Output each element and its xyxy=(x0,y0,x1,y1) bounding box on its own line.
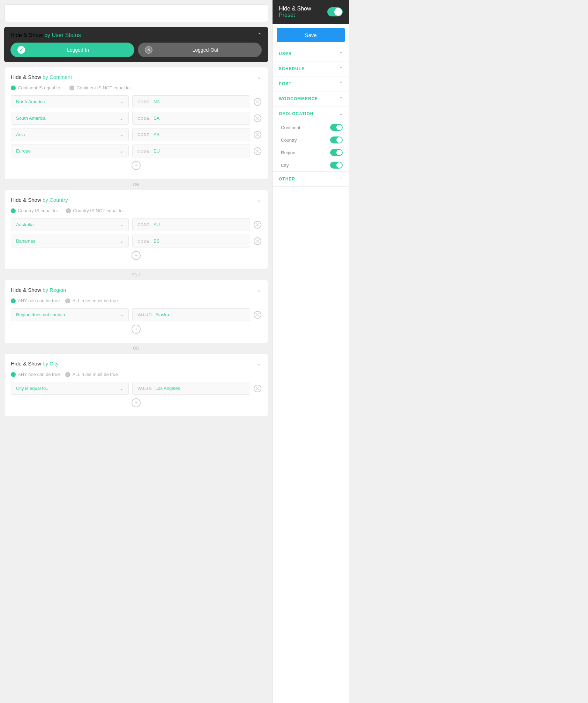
continent-code-field-3: CODE: EU xyxy=(132,145,250,157)
continent-is-not-equal-radio-dot xyxy=(69,86,74,90)
country-is-not-equal-radio[interactable]: Country IS NOT equal to... xyxy=(66,208,126,213)
country-select-chevron-1: ⌄ xyxy=(120,238,124,244)
continent-select-0[interactable]: North America ⌄ xyxy=(11,95,129,108)
city-any-radio[interactable]: ANY rule can be true xyxy=(11,372,60,377)
region-toggle[interactable] xyxy=(330,149,343,156)
continent-code-field-0: CODE: NA xyxy=(132,95,250,108)
sidebar-schedule-chevron-icon: ⌃ xyxy=(339,66,343,71)
city-any-radio-dot xyxy=(11,372,16,377)
continent-remove-button-0[interactable]: ✕ xyxy=(254,98,261,106)
sidebar-geolocation-title: GEOLOCATION xyxy=(279,111,313,116)
logged-out-label: Logged-Out xyxy=(156,47,255,53)
region-value-field-0: VALUE: Alaska xyxy=(132,308,250,321)
sidebar-section-user-header[interactable]: USER ⌃ xyxy=(273,46,349,61)
sidebar-post-title: POST xyxy=(279,81,292,86)
city-remove-button-0[interactable]: ✕ xyxy=(254,385,261,392)
region-all-radio[interactable]: ALL rules must be true xyxy=(65,298,118,303)
continent-section-title: Hide & Show by Continent xyxy=(11,74,72,80)
country-is-equal-radio-dot xyxy=(11,208,16,213)
country-section: Hide & Show by Country ⌄ Country IS equa… xyxy=(4,190,268,269)
country-select-0[interactable]: Australia ⌄ xyxy=(11,218,129,231)
country-remove-button-1[interactable]: ✕ xyxy=(254,237,261,245)
sidebar-item-country: Country xyxy=(273,134,349,146)
continent-select-chevron-3: ⌄ xyxy=(120,148,124,154)
continent-is-equal-radio-dot xyxy=(11,86,16,90)
city-select-chevron-0: ⌄ xyxy=(120,386,124,391)
city-chevron-icon[interactable]: ⌄ xyxy=(257,360,261,367)
logged-in-button[interactable]: ✓ Logged-In xyxy=(10,43,134,57)
region-select-0[interactable]: Region does not contain... ⌄ xyxy=(11,308,129,321)
sidebar-section-other: OTHER ⌃ xyxy=(273,172,349,187)
country-code-field-0: CODE: AU xyxy=(132,218,250,231)
sidebar-section-schedule-header[interactable]: SCHEDULE ⌃ xyxy=(273,61,349,76)
city-section: Hide & Show by City ⌄ ANY rule can be tr… xyxy=(4,354,268,417)
city-toggle[interactable] xyxy=(330,162,343,169)
preset-title-input[interactable]: Geolocation Preset xyxy=(10,9,262,17)
sidebar-section-other-header[interactable]: OTHER ⌃ xyxy=(273,172,349,186)
sidebar-top-label: Hide & Show Preset xyxy=(279,6,327,18)
country-select-chevron-0: ⌄ xyxy=(120,222,124,227)
region-section: Hide & Show by Region ⌄ ANY rule can be … xyxy=(4,280,268,343)
continent-rule-row-0: North America ⌄ CODE: NA ✕ xyxy=(11,95,261,108)
user-status-chevron-icon[interactable]: ⌃ xyxy=(257,32,262,38)
sidebar-user-chevron-icon: ⌃ xyxy=(339,51,343,56)
continent-rule-row-1: South America ⌄ CODE: SA ✕ xyxy=(11,112,261,125)
region-rule-row-0: Region does not contain... ⌄ VALUE: Alas… xyxy=(11,308,261,321)
logged-out-button[interactable]: ✕ Logged-Out xyxy=(138,43,262,57)
sidebar-section-woocommerce: WOOCOMMERCE ⌃ xyxy=(273,91,349,106)
region-any-radio-dot xyxy=(11,298,16,303)
region-select-chevron-0: ⌄ xyxy=(120,312,124,317)
sidebar-woocommerce-chevron-icon: ⌃ xyxy=(339,96,343,101)
continent-is-not-equal-radio[interactable]: Continent IS NOT equal to... xyxy=(69,85,133,90)
country-code-field-1: CODE: BS xyxy=(132,235,250,247)
region-any-radio[interactable]: ANY rule can be true xyxy=(11,298,60,303)
continent-select-3[interactable]: Europe ⌄ xyxy=(11,145,129,157)
country-is-equal-radio[interactable]: Country IS equal to... xyxy=(11,208,60,213)
continent-rule-row-3: Europe ⌄ CODE: EU ✕ xyxy=(11,145,261,157)
continent-is-equal-radio[interactable]: Continent IS equal to... xyxy=(11,85,64,90)
region-all-radio-dot xyxy=(65,298,70,303)
continent-remove-button-1[interactable]: ✕ xyxy=(254,114,261,122)
region-chevron-icon[interactable]: ⌄ xyxy=(257,287,261,293)
city-all-radio[interactable]: ALL rules must be true xyxy=(65,372,118,377)
continent-remove-button-3[interactable]: ✕ xyxy=(254,147,261,155)
sidebar: Hide & Show Preset Save USER ⌃ SCHEDULE … xyxy=(272,0,349,703)
continent-code-field-2: CODE: AS xyxy=(132,128,250,141)
sidebar-user-title: USER xyxy=(279,51,292,56)
continent-chevron-icon[interactable]: ⌄ xyxy=(257,74,261,80)
country-is-not-equal-radio-dot xyxy=(66,208,71,213)
city-rule-row-0: City is equal to... ⌄ VALUE: Los Angeles… xyxy=(11,382,261,395)
continent-add-button[interactable]: + xyxy=(132,161,141,170)
user-status-section: Hide & Show by User Status ⌃ ✓ Logged-In… xyxy=(4,27,268,62)
country-remove-button-0[interactable]: ✕ xyxy=(254,221,261,229)
country-chevron-icon[interactable]: ⌄ xyxy=(257,197,261,203)
continent-code-field-1: CODE: SA xyxy=(132,112,250,125)
sidebar-main-toggle[interactable] xyxy=(327,7,343,16)
country-toggle[interactable] xyxy=(330,136,343,143)
sidebar-section-woocommerce-header[interactable]: WOOCOMMERCE ⌃ xyxy=(273,91,349,106)
sidebar-section-post: POST ⌃ xyxy=(273,76,349,91)
continent-toggle[interactable] xyxy=(330,124,343,131)
continent-select-1[interactable]: South America ⌄ xyxy=(11,112,129,125)
sidebar-section-post-header[interactable]: POST ⌃ xyxy=(273,76,349,91)
sidebar-section-geolocation: GEOLOCATION ⌄ Continent Country Region C… xyxy=(273,106,349,172)
region-section-title: Hide & Show by Region xyxy=(11,287,66,293)
sidebar-post-chevron-icon: ⌃ xyxy=(339,81,343,86)
country-section-title: Hide & Show by Country xyxy=(11,197,68,203)
city-select-0[interactable]: City is equal to... ⌄ xyxy=(11,382,129,395)
country-add-button[interactable]: + xyxy=(132,251,141,260)
logged-in-label: Logged-In xyxy=(29,47,127,53)
save-button[interactable]: Save xyxy=(277,28,345,42)
sidebar-other-title: OTHER xyxy=(279,177,295,182)
region-remove-button-0[interactable]: ✕ xyxy=(254,311,261,319)
city-add-button[interactable]: + xyxy=(132,398,141,407)
continent-section: Hide & Show by Continent ⌄ Continent IS … xyxy=(4,67,268,179)
sidebar-item-continent: Continent xyxy=(273,121,349,134)
city-section-title: Hide & Show by City xyxy=(11,361,59,367)
country-select-1[interactable]: Bahamas ⌄ xyxy=(11,235,129,247)
continent-select-2[interactable]: Asia ⌄ xyxy=(11,128,129,141)
region-add-button[interactable]: + xyxy=(132,325,141,334)
sidebar-section-geolocation-header[interactable]: GEOLOCATION ⌄ xyxy=(273,106,349,121)
continent-remove-button-2[interactable]: ✕ xyxy=(254,131,261,139)
user-status-label: Hide & Show by User Status xyxy=(10,32,81,38)
